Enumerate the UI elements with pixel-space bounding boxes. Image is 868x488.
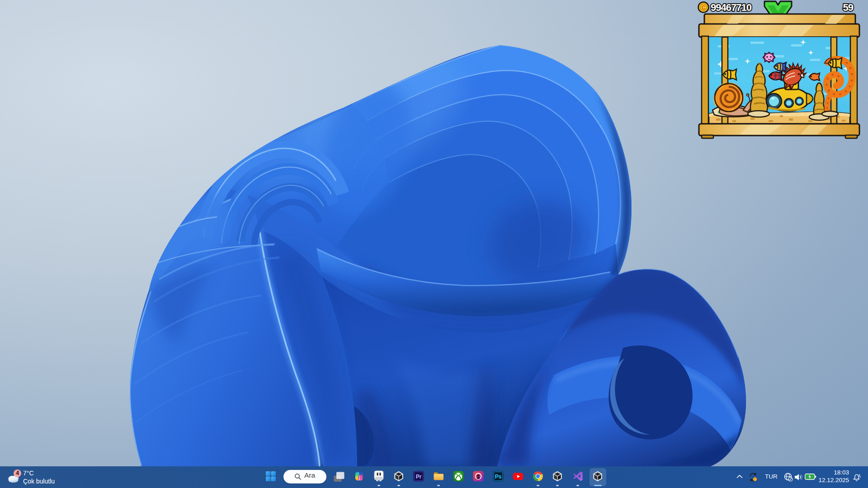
svg-text:z: z: [859, 475, 861, 478]
svg-text:99467710: 99467710: [711, 2, 752, 13]
svg-text:C: C: [702, 5, 706, 11]
svg-text:Pr: Pr: [416, 474, 422, 480]
svg-text:Ps: Ps: [495, 474, 502, 480]
svg-text:59: 59: [843, 2, 854, 13]
